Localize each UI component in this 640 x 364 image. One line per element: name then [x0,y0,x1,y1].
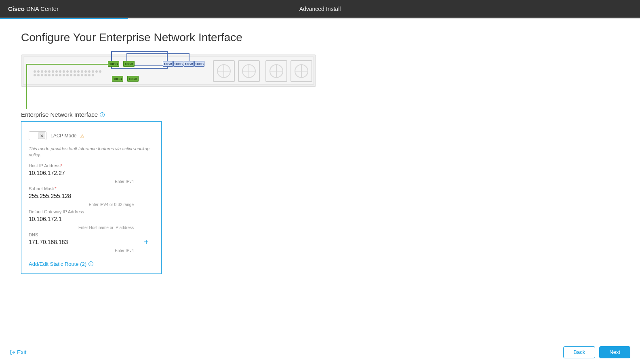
lacp-label: LACP Mode [51,133,76,139]
info-icon[interactable]: i [88,261,93,266]
brand: Cisco DNA Center [8,5,59,12]
enterprise-interface-card: ✕ LACP Mode △ This mode provides fault t… [21,121,162,274]
brand-light: DNA Center [26,5,59,12]
exit-icon [10,349,15,355]
host-ip-label: Host IP Address* [29,163,154,168]
port-b-4[interactable]: 10GB [194,61,204,67]
back-button[interactable]: Back [563,346,595,358]
subnet-mask-label: Subnet Mask* [29,186,154,191]
host-ip-hint: Enter IPv4 [29,179,134,184]
mode-description: This mode provides fault tolerance featu… [29,146,154,158]
gateway-input[interactable] [29,214,134,224]
lacp-toggle[interactable]: ✕ [29,131,46,140]
gateway-label: Default Gateway IP Address [29,209,154,214]
port-b-3[interactable]: 10GB [184,61,194,67]
dns-input[interactable] [29,237,134,247]
warning-icon: △ [80,133,84,139]
subnet-mask-hint: Enter IPV4 or 0-32 range [29,202,134,207]
port-g-top-1[interactable]: 10GB [108,61,119,67]
gateway-hint: Enter Host name or IP address [29,225,134,230]
header-title: Advanced Install [299,6,341,12]
port-g-top-2[interactable]: 10GB [123,61,135,67]
close-icon: ✕ [38,133,45,139]
section-title-row: Enterprise Network Interface i [21,111,619,118]
appliance-diagram: 10GB 10GB 10GB 10GB 10GB 10GB 10GB 10GB [21,55,316,87]
app-header: Cisco DNA Center Advanced Install [0,0,640,18]
subnet-mask-input[interactable] [29,191,134,201]
port-g-bot-2[interactable]: 10GB [127,76,139,82]
port-b-2[interactable]: 10GB [173,61,183,67]
main-content: Configure Your Enterprise Network Interf… [0,19,640,340]
port-b-1[interactable]: 10GB [163,61,173,67]
add-dns-button[interactable]: + [142,238,151,246]
info-icon[interactable]: i [100,112,105,117]
port-g-bot-1[interactable]: 10GB [112,76,123,82]
dns-label: DNS [29,232,154,237]
static-route-link[interactable]: Add/Edit Static Route (2) i [29,261,154,267]
exit-link[interactable]: Exit [10,349,26,356]
page-title: Configure Your Enterprise Network Interf… [21,31,619,44]
host-ip-input[interactable] [29,168,134,178]
section-title: Enterprise Network Interface [21,111,98,118]
footer: Exit Back Next [0,340,640,364]
next-button[interactable]: Next [599,346,630,358]
dns-hint: Enter IPv4 [29,248,134,253]
brand-strong: Cisco [8,5,25,12]
